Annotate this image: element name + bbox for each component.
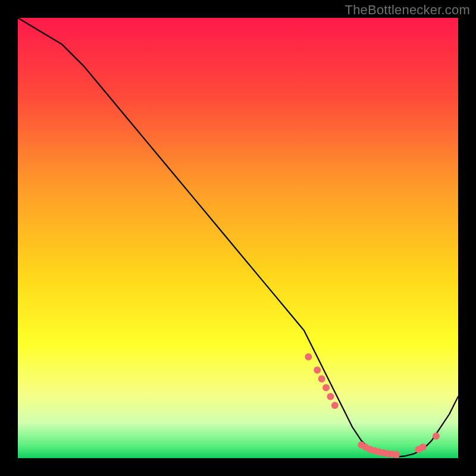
chart-frame: TheBottlenecker.com — [0, 0, 476, 476]
highlight-marker — [305, 353, 312, 361]
chart-svg — [18, 18, 458, 458]
highlight-marker — [331, 402, 339, 409]
plot-area — [18, 18, 458, 458]
highlight-marker — [433, 433, 440, 440]
watermark-text: TheBottlenecker.com — [345, 2, 470, 18]
highlight-marker — [322, 384, 330, 392]
highlight-marker — [318, 375, 325, 383]
highlight-marker — [419, 444, 427, 451]
highlight-marker — [393, 451, 400, 458]
highlight-marker — [327, 393, 334, 400]
highlight-marker — [314, 367, 321, 374]
gradient-backdrop — [18, 18, 458, 458]
